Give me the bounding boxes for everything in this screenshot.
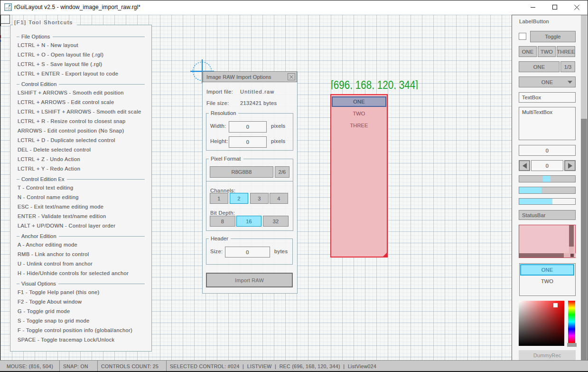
svg-text:[696, 168, 120, 344]: [696, 168, 120, 344] <box>331 80 418 89</box>
svg-text:rGL: rGL <box>6 7 12 10</box>
